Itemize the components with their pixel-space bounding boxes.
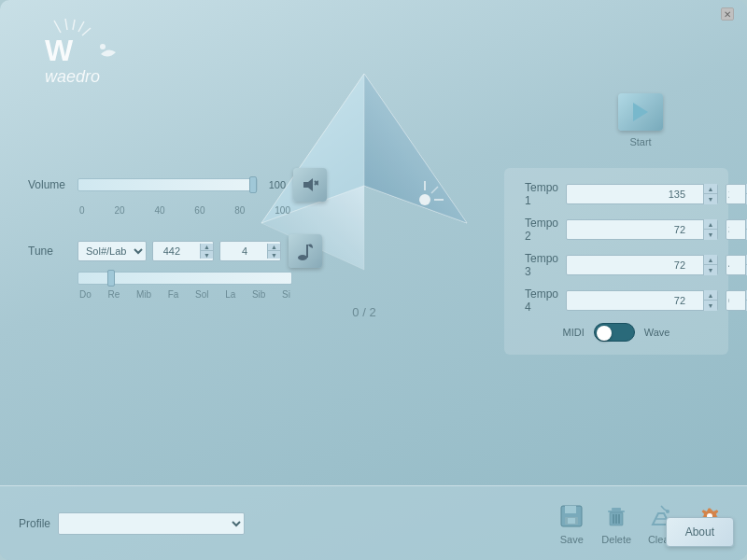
svg-point-12 <box>419 194 430 205</box>
tempo-row-2: Tempo 2 ▲ ▼ ▲ ▼ <box>517 217 715 243</box>
tempo-2-down[interactable]: ▼ <box>704 230 717 240</box>
tempo-3-beat-wrap: ▲ ▼ <box>726 255 747 275</box>
svg-point-19 <box>298 255 307 260</box>
svg-rect-24 <box>568 518 575 524</box>
hz-spinbox: ▲ ▼ <box>152 241 214 261</box>
delete-icon <box>601 502 631 530</box>
save-button[interactable]: Save <box>557 502 586 545</box>
mute-icon <box>302 177 318 192</box>
volume-control: Volume 100 <box>28 168 327 202</box>
tempo-2-value-wrap: ▲ ▼ <box>566 219 718 240</box>
volume-value: 100 <box>258 179 286 190</box>
svg-text:waedro: waedro <box>45 67 100 86</box>
tempo-4-beat[interactable] <box>726 295 745 306</box>
svg-rect-26 <box>608 511 625 512</box>
tempo-4-beat-wrap: ▲ ▼ <box>726 290 747 311</box>
svg-line-3 <box>78 21 84 32</box>
svg-marker-9 <box>364 74 467 223</box>
hz-input[interactable] <box>153 244 200 259</box>
tempo-3-down[interactable]: ▼ <box>704 265 717 275</box>
svg-rect-20 <box>306 245 308 258</box>
svg-line-0 <box>54 21 61 33</box>
tempo-1-value[interactable] <box>567 189 703 200</box>
tune-ticks: Do Re Mib Fa Sol La Sib Si <box>78 289 292 300</box>
volume-label: Volume <box>28 178 70 191</box>
tempo-3-label: Tempo 3 <box>525 252 558 278</box>
delete-button[interactable]: Delete <box>601 502 631 545</box>
volume-slider[interactable] <box>78 178 258 191</box>
tempo-2-label: Tempo 2 <box>525 217 558 243</box>
left-panel: Volume 100 0 20 40 60 80 100 <box>28 168 327 300</box>
close-button[interactable]: ✕ <box>721 7 734 21</box>
tune-slider-wrap <box>78 272 292 287</box>
tempo-4-value[interactable] <box>567 295 703 306</box>
tempo-2-value[interactable] <box>567 224 703 235</box>
tempo-1-beat[interactable] <box>726 189 745 200</box>
logo: W waedro <box>19 19 131 93</box>
svg-line-1 <box>65 19 67 30</box>
tempo-3-value[interactable] <box>567 259 703 271</box>
octave-down-arrow[interactable]: ▼ <box>267 251 280 259</box>
file-counter: 0 / 2 <box>352 305 375 319</box>
tempo-row-3: Tempo 3 ▲ ▼ ▲ ▼ <box>517 252 715 278</box>
start-label: Start <box>629 136 651 147</box>
midi-label: MIDI <box>563 327 585 338</box>
tune-section: Tune Sol#/Lab Do Re Mib Fa Sol La Sib <box>28 234 327 300</box>
tempo-row-4: Tempo 4 ▲ ▼ ▲ ▼ <box>517 287 715 314</box>
play-icon <box>633 103 648 121</box>
profile-label: Profile <box>19 517 50 530</box>
svg-line-4 <box>82 28 91 35</box>
tempo-2-up[interactable]: ▲ <box>704 219 717 230</box>
svg-line-2 <box>73 20 75 30</box>
note-select-wrapper: Sol#/Lab Do Re Mib Fa Sol La Sib Si <box>78 241 147 261</box>
profile-select[interactable] <box>58 512 245 535</box>
octave-spinbox: ▲ ▼ <box>219 241 281 261</box>
tempo-4-arrows: ▲ ▼ <box>703 290 717 311</box>
svg-text:W: W <box>45 34 74 67</box>
wave-label: Wave <box>644 327 670 338</box>
tempo-2-arrows: ▲ ▼ <box>703 219 717 240</box>
start-button[interactable] <box>618 93 663 131</box>
hz-up-arrow[interactable]: ▲ <box>200 244 213 251</box>
tempo-2-beat-wrap: ▲ ▼ <box>726 219 747 240</box>
about-button[interactable]: About <box>666 517 734 547</box>
tempo-1-down[interactable]: ▼ <box>704 194 717 204</box>
tempo-3-beat[interactable] <box>726 259 745 271</box>
svg-rect-25 <box>612 508 621 511</box>
tune-inputs: Sol#/Lab Do Re Mib Fa Sol La Sib Si <box>78 241 281 261</box>
hz-down-arrow[interactable]: ▼ <box>200 251 213 259</box>
tempo-row-1: Tempo 1 ▲ ▼ ▲ ▼ <box>517 181 715 207</box>
profile-section: Profile <box>19 512 557 535</box>
toggle-knob <box>597 326 612 341</box>
save-label: Save <box>560 534 584 545</box>
tune-slider[interactable] <box>78 272 292 285</box>
tune-button[interactable] <box>289 234 322 268</box>
tempo-2-beat[interactable] <box>726 224 745 235</box>
tempo-3-up[interactable]: ▲ <box>704 255 717 265</box>
tempo-1-up[interactable]: ▲ <box>704 184 717 194</box>
start-section: Start <box>618 93 663 147</box>
volume-slider-wrap: 100 <box>78 178 286 191</box>
tempo-1-label: Tempo 1 <box>525 181 558 207</box>
mute-button[interactable] <box>293 168 327 202</box>
hz-arrows: ▲ ▼ <box>200 244 213 259</box>
title-bar: ✕ <box>721 7 734 21</box>
midi-wave-toggle[interactable] <box>594 323 635 342</box>
octave-input[interactable] <box>220 244 267 259</box>
tune-control: Tune Sol#/Lab Do Re Mib Fa Sol La Sib <box>28 234 327 268</box>
tempo-4-down[interactable]: ▼ <box>704 301 717 311</box>
tempo-4-up[interactable]: ▲ <box>704 290 717 301</box>
svg-point-7 <box>100 44 106 49</box>
octave-arrows: ▲ ▼ <box>267 244 280 259</box>
octave-up-arrow[interactable]: ▲ <box>267 244 280 251</box>
tempo-1-beat-wrap: ▲ ▼ <box>726 184 747 204</box>
tempo-1-value-wrap: ▲ ▼ <box>566 184 718 204</box>
tune-label: Tune <box>28 245 70 258</box>
main-window: ✕ W waedro <box>0 0 747 560</box>
svg-marker-16 <box>303 178 313 191</box>
svg-rect-22 <box>565 506 576 513</box>
note-select[interactable]: Sol#/Lab Do Re Mib Fa Sol La Sib Si <box>78 245 146 258</box>
save-icon <box>557 502 586 530</box>
bottom-bar: Profile Save <box>0 485 747 560</box>
tempo-1-arrows: ▲ ▼ <box>703 184 717 204</box>
